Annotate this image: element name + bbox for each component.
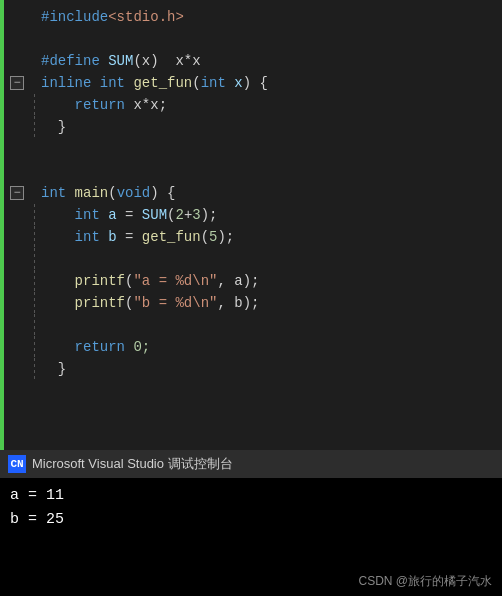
token: return (75, 97, 134, 113)
token: int (100, 75, 134, 91)
token: #include (41, 9, 108, 25)
code-line-include: #include<stdio.h> (8, 6, 502, 28)
token: printf (75, 273, 125, 289)
code-lines-container: #include<stdio.h>#define SUM(x) x*x−inli… (8, 6, 502, 380)
vline (34, 248, 35, 270)
token-line: int b = get_fun(5); (41, 226, 234, 248)
token-line: return 0; (41, 336, 150, 358)
token: x (234, 75, 242, 91)
console-output-line-0: a = 11 (10, 484, 492, 508)
code-line-define: #define SUM(x) x*x (8, 50, 502, 72)
token: inline (41, 75, 100, 91)
console-panel: CN Microsoft Visual Studio 调试控制台 a = 11b… (0, 450, 502, 596)
token: <stdio.h> (108, 9, 184, 25)
console-lines: a = 11b = 25 (10, 484, 492, 532)
token: int (201, 75, 235, 91)
code-line-printf-a: printf("a = %d\n", a); (8, 270, 502, 292)
token: 3 (192, 207, 200, 223)
token: void (117, 185, 151, 201)
token-line: inline int get_fun(int x) { (41, 72, 268, 94)
token: ( (192, 75, 200, 91)
token: 2 (175, 207, 183, 223)
token: return (75, 339, 134, 355)
token: = (125, 229, 142, 245)
token: ( (108, 185, 116, 201)
vline (34, 94, 35, 116)
token-line: int main(void) { (41, 182, 175, 204)
code-line-main-fn: −int main(void) { (8, 182, 502, 204)
token: x*x; (133, 97, 167, 113)
console-icon: CN (8, 455, 26, 473)
vline (34, 292, 35, 314)
token: get_fun (142, 229, 201, 245)
code-line-printf-b: printf("b = %d\n", b); (8, 292, 502, 314)
token: int (41, 185, 75, 201)
token: main (75, 185, 109, 201)
token: } (58, 361, 66, 377)
token-line: } (41, 116, 66, 138)
token: (x) x*x (133, 53, 200, 69)
token: a (108, 207, 125, 223)
token-line: #include<stdio.h> (41, 6, 184, 28)
code-line-inline-fn: −inline int get_fun(int x) { (8, 72, 502, 94)
collapse-icon[interactable]: − (10, 76, 24, 90)
code-line-close-main: } (8, 358, 502, 380)
token: ) { (150, 185, 175, 201)
vline (34, 116, 35, 138)
vline (34, 204, 35, 226)
token: } (58, 119, 66, 135)
token: "b = %d\n" (133, 295, 217, 311)
code-content: #include<stdio.h>#define SUM(x) x*x−inli… (4, 0, 502, 450)
collapse-icon[interactable]: − (10, 186, 24, 200)
code-line-blank5 (8, 314, 502, 336)
vline (34, 314, 35, 336)
code-line-int-b: int b = get_fun(5); (8, 226, 502, 248)
token: ) { (243, 75, 268, 91)
token: SUM (142, 207, 167, 223)
token: SUM (108, 53, 133, 69)
console-watermark: CSDN @旅行的橘子汽水 (358, 573, 492, 590)
token: = (125, 207, 142, 223)
token: ); (201, 207, 218, 223)
code-line-blank2 (8, 138, 502, 160)
vline (34, 358, 35, 380)
console-output-line-1: b = 25 (10, 508, 492, 532)
code-line-blank1 (8, 28, 502, 50)
token-line: printf("a = %d\n", a); (41, 270, 259, 292)
token-line: int a = SUM(2+3); (41, 204, 218, 226)
vline (34, 336, 35, 358)
code-line-close-fn: } (8, 116, 502, 138)
token: #define (41, 53, 108, 69)
console-output: a = 11b = 25 CSDN @旅行的橘子汽水 (0, 478, 502, 596)
code-line-return-xx: return x*x; (8, 94, 502, 116)
token: int (75, 207, 109, 223)
token-line: printf("b = %d\n", b); (41, 292, 259, 314)
token: "a = %d\n" (133, 273, 217, 289)
console-icon-label: CN (10, 458, 23, 470)
code-editor: #include<stdio.h>#define SUM(x) x*x−inli… (0, 0, 502, 450)
token-line: } (41, 358, 66, 380)
token: b (108, 229, 125, 245)
token: ( (201, 229, 209, 245)
token: int (75, 229, 109, 245)
console-titlebar: CN Microsoft Visual Studio 调试控制台 (0, 450, 502, 478)
token: ); (217, 229, 234, 245)
console-title: Microsoft Visual Studio 调试控制台 (32, 455, 233, 473)
token-line: #define SUM(x) x*x (41, 50, 201, 72)
code-line-blank4 (8, 248, 502, 270)
code-line-blank3 (8, 160, 502, 182)
code-line-return-0: return 0; (8, 336, 502, 358)
code-line-int-a: int a = SUM(2+3); (8, 204, 502, 226)
token-line: return x*x; (41, 94, 167, 116)
vline (34, 226, 35, 248)
token: get_fun (133, 75, 192, 91)
vline (34, 270, 35, 292)
token: , b); (217, 295, 259, 311)
token: 0; (133, 339, 150, 355)
token: printf (75, 295, 125, 311)
token: , a); (217, 273, 259, 289)
